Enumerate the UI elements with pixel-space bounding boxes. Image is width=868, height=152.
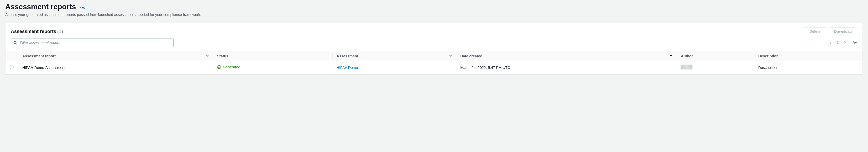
cell-author bbox=[677, 61, 754, 74]
search-input[interactable] bbox=[11, 39, 174, 47]
col-report[interactable]: Assessment report bbox=[18, 51, 213, 61]
col-status[interactable]: Status bbox=[213, 51, 332, 61]
col-author-label: Author bbox=[681, 54, 693, 58]
svg-marker-5 bbox=[670, 55, 672, 57]
download-button[interactable]: Download bbox=[829, 28, 857, 35]
prev-page-button[interactable] bbox=[828, 40, 833, 45]
cell-date: March 24, 2022, 5:47 PM UTC bbox=[456, 61, 677, 74]
info-link[interactable]: Info bbox=[79, 6, 85, 10]
col-assessment[interactable]: Assessment bbox=[332, 51, 456, 61]
search-icon bbox=[13, 41, 17, 44]
page-number: 1 bbox=[837, 41, 839, 45]
row-select-radio[interactable] bbox=[10, 65, 14, 69]
svg-line-1 bbox=[16, 43, 17, 44]
status-text: Generated bbox=[223, 65, 240, 69]
page-subtitle: Access your generated assessment reports… bbox=[5, 12, 863, 17]
table-row: HIPAA-Demo-Assessment Generated HIPAA De… bbox=[5, 61, 863, 74]
col-assessment-label: Assessment bbox=[337, 54, 359, 58]
svg-marker-3 bbox=[206, 55, 209, 57]
sort-icon-active bbox=[670, 54, 673, 58]
col-select bbox=[5, 51, 18, 61]
assessment-link[interactable]: HIPAA Demo bbox=[337, 66, 358, 70]
panel-count: (1) bbox=[57, 29, 63, 34]
col-description[interactable]: Description bbox=[754, 51, 863, 61]
status-badge: Generated bbox=[217, 65, 240, 69]
col-author[interactable]: Author bbox=[677, 51, 754, 61]
delete-button[interactable]: Delete bbox=[804, 28, 826, 35]
page-title: Assessment reports bbox=[5, 3, 76, 11]
cell-description: Description bbox=[754, 61, 863, 74]
reports-table: Assessment report Status Assessment bbox=[5, 51, 863, 74]
sort-icon bbox=[449, 54, 452, 58]
col-description-label: Description bbox=[758, 54, 778, 58]
check-circle-icon bbox=[217, 65, 221, 69]
col-report-label: Assessment report bbox=[22, 54, 56, 58]
col-date[interactable]: Date created bbox=[456, 51, 677, 61]
panel-title: Assessment reports bbox=[11, 29, 56, 34]
settings-button[interactable] bbox=[852, 40, 857, 45]
svg-marker-4 bbox=[450, 55, 452, 57]
author-redacted bbox=[681, 65, 692, 70]
reports-panel: Assessment reports (1) Delete Download 1 bbox=[5, 23, 863, 74]
col-date-label: Date created bbox=[460, 54, 482, 58]
svg-point-0 bbox=[14, 41, 16, 44]
svg-point-2 bbox=[854, 42, 856, 43]
col-status-label: Status bbox=[217, 54, 228, 58]
cell-report: HIPAA-Demo-Assessment bbox=[18, 61, 213, 74]
next-page-button[interactable] bbox=[842, 40, 847, 45]
sort-icon bbox=[206, 54, 209, 58]
